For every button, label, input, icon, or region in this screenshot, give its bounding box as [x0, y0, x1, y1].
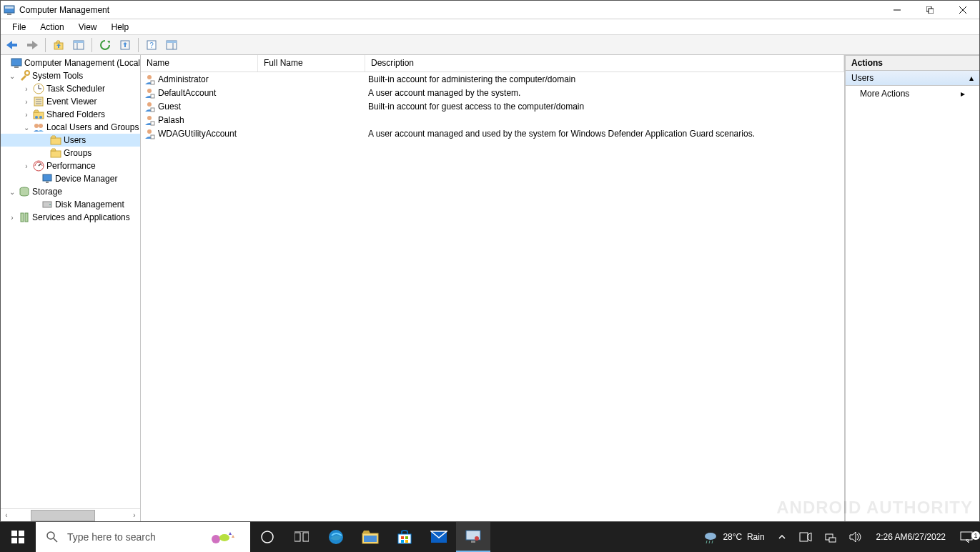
- back-button[interactable]: [4, 37, 21, 53]
- svg-marker-35: [34, 110, 39, 112]
- svg-marker-97: [850, 532, 856, 542]
- list-row[interactable]: Palash: [141, 113, 844, 127]
- shared-folder-icon: [33, 109, 44, 120]
- start-button[interactable]: [0, 522, 36, 552]
- tree-device-manager[interactable]: Device Manager: [1, 172, 140, 185]
- menu-action[interactable]: Action: [33, 21, 71, 34]
- taskbar-explorer[interactable]: [353, 522, 387, 552]
- scrollbar-thumb[interactable]: [31, 510, 95, 521]
- expand-icon[interactable]: ›: [22, 98, 31, 106]
- svg-line-92: [712, 541, 713, 543]
- tree-services-apps[interactable]: › Services and Applications: [1, 211, 140, 224]
- navigation-tree[interactable]: Computer Management (Local ⌄ System Tool…: [1, 55, 140, 508]
- tree-task-scheduler[interactable]: › Task Scheduler: [1, 82, 140, 95]
- tray-notifications[interactable]: 1: [956, 522, 977, 552]
- svg-rect-24: [11, 59, 21, 66]
- window-title: Computer Management: [19, 5, 109, 15]
- svg-point-38: [34, 124, 39, 128]
- tray-chevron[interactable]: [773, 522, 791, 552]
- svg-rect-79: [398, 534, 411, 543]
- collapse-icon[interactable]: ⌄: [8, 72, 16, 80]
- taskbar-mail[interactable]: [422, 522, 456, 552]
- tree-label: Event Viewer: [46, 97, 96, 107]
- speaker-icon: [849, 531, 862, 543]
- export-button[interactable]: [117, 37, 134, 53]
- svg-rect-81: [405, 536, 408, 539]
- svg-rect-51: [21, 213, 24, 222]
- svg-line-90: [706, 541, 707, 543]
- actions-section-header[interactable]: Users ▴: [846, 71, 979, 86]
- tree-storage[interactable]: ⌄ Storage: [1, 185, 140, 198]
- svg-point-71: [262, 531, 273, 543]
- menu-help[interactable]: Help: [104, 21, 137, 34]
- tray-meet-now[interactable]: [795, 522, 816, 552]
- svg-marker-16: [107, 41, 110, 44]
- tray-clock[interactable]: 2:26 AM 6/27/2022: [871, 522, 951, 552]
- maximize-button[interactable]: [914, 1, 946, 19]
- svg-point-70: [219, 534, 229, 541]
- tree-horizontal-scrollbar[interactable]: ‹ ›: [1, 508, 140, 521]
- tree-pane: Computer Management (Local ⌄ System Tool…: [1, 55, 141, 521]
- weather-widget[interactable]: 28°C Rain: [698, 522, 768, 552]
- taskbar-search[interactable]: Type here to search: [36, 522, 250, 552]
- svg-marker-11: [56, 41, 60, 43]
- tree-label: Device Manager: [55, 174, 117, 184]
- svg-rect-46: [43, 174, 51, 181]
- tree-disk-management[interactable]: Disk Management: [1, 198, 140, 211]
- clock-date: 6/27/2022: [908, 532, 946, 542]
- tree-users[interactable]: Users: [1, 134, 140, 147]
- scroll-right-icon[interactable]: ›: [129, 511, 140, 519]
- expand-icon[interactable]: ›: [22, 162, 31, 170]
- expand-icon[interactable]: ›: [22, 85, 31, 93]
- taskbar-edge[interactable]: [319, 522, 353, 552]
- help-button[interactable]: ?: [143, 37, 160, 53]
- show-hide-actions-button[interactable]: [163, 37, 180, 53]
- list-row[interactable]: WDAGUtilityAccountA user account managed…: [141, 127, 844, 140]
- tree-shared-folders[interactable]: › Shared Folders: [1, 108, 140, 121]
- tree-performance[interactable]: › Performance: [1, 159, 140, 172]
- menu-bar: File Action View Help: [1, 19, 979, 35]
- minimize-button[interactable]: [881, 1, 914, 19]
- up-button[interactable]: [50, 37, 67, 53]
- task-view-button[interactable]: [284, 522, 319, 552]
- collapse-icon[interactable]: ⌄: [22, 124, 31, 132]
- collapse-icon[interactable]: ⌄: [8, 188, 16, 196]
- list-row[interactable]: AdministratorBuilt-in account for admini…: [141, 72, 844, 86]
- menu-view[interactable]: View: [71, 21, 104, 34]
- title-bar: Computer Management: [1, 1, 979, 19]
- show-hide-tree-button[interactable]: [70, 37, 87, 53]
- list-row[interactable]: DefaultAccountA user account managed by …: [141, 86, 844, 99]
- tray-volume[interactable]: [845, 522, 866, 552]
- expand-icon[interactable]: ›: [8, 214, 16, 222]
- column-header-fullname[interactable]: Full Name: [258, 55, 365, 72]
- user-icon: [144, 74, 155, 85]
- toolbar: ?: [1, 35, 979, 55]
- tree-root[interactable]: Computer Management (Local: [1, 56, 140, 69]
- close-button[interactable]: [946, 1, 979, 19]
- svg-point-57: [147, 102, 152, 107]
- svg-marker-18: [123, 42, 127, 47]
- tree-system-tools[interactable]: ⌄ System Tools: [1, 69, 140, 82]
- forward-button[interactable]: [24, 37, 41, 53]
- toolbar-separator: [91, 38, 92, 52]
- menu-file[interactable]: File: [5, 21, 33, 34]
- cell-name: Guest: [158, 102, 181, 112]
- column-header-name[interactable]: Name: [141, 55, 258, 72]
- tree-local-users-groups[interactable]: ⌄ Local Users and Groups: [1, 121, 140, 134]
- list-header: Name Full Name Description: [141, 55, 844, 72]
- cortana-button[interactable]: [250, 522, 284, 552]
- taskbar-store[interactable]: [387, 522, 422, 552]
- list-row[interactable]: GuestBuilt-in account for guest access t…: [141, 99, 844, 113]
- tree-event-viewer[interactable]: › Event Viewer: [1, 95, 140, 108]
- scroll-left-icon[interactable]: ‹: [1, 511, 12, 519]
- expand-icon[interactable]: ›: [22, 111, 31, 119]
- svg-rect-62: [151, 135, 154, 139]
- refresh-button[interactable]: [96, 37, 114, 53]
- actions-more-actions[interactable]: More Actions ▸: [846, 86, 979, 102]
- svg-rect-5: [929, 9, 934, 14]
- tree-groups[interactable]: Groups: [1, 147, 140, 159]
- column-header-description[interactable]: Description: [365, 55, 844, 72]
- taskbar-computer-management[interactable]: [456, 522, 490, 552]
- user-icon: [144, 128, 155, 139]
- tray-network[interactable]: [821, 522, 841, 552]
